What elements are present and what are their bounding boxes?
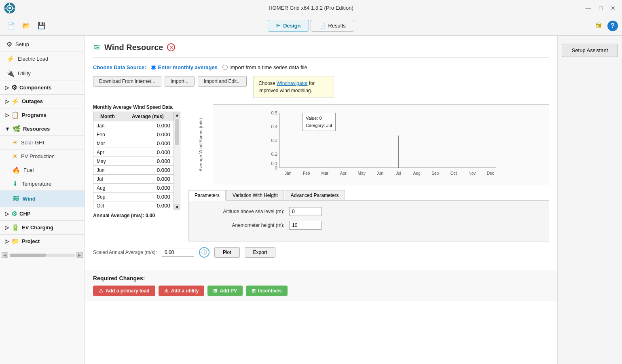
avg-input[interactable] bbox=[146, 123, 170, 129]
setup-assistant-button[interactable]: Setup Assistant bbox=[562, 44, 618, 57]
avg-cell[interactable] bbox=[122, 139, 173, 148]
avg-input[interactable] bbox=[146, 149, 170, 155]
sidebar-item-temperature[interactable]: 🌡 Temperature bbox=[0, 177, 85, 190]
save-file-button[interactable]: 💾 bbox=[35, 20, 49, 32]
avg-cell[interactable] bbox=[122, 148, 173, 157]
avg-input[interactable] bbox=[146, 176, 170, 182]
sidebar-label-temperature: Temperature bbox=[22, 181, 51, 187]
minimize-button[interactable]: — bbox=[583, 4, 594, 12]
sidebar-item-pv-production[interactable]: ☀ PV Production bbox=[0, 150, 85, 163]
avg-cell[interactable] bbox=[122, 157, 173, 166]
sidebar-group-outages[interactable]: ▷ ⚡ Outages bbox=[0, 95, 85, 108]
sidebar-item-setup[interactable]: ⚙ Setup bbox=[0, 37, 85, 52]
avg-input[interactable] bbox=[146, 203, 170, 209]
table-title: Monthly Average Wind Speed Data bbox=[93, 104, 180, 110]
sidebar-group-project[interactable]: ▷ 📁 Project bbox=[0, 235, 85, 248]
avg-cell[interactable] bbox=[122, 166, 173, 175]
info-button[interactable]: ⓘ bbox=[199, 247, 209, 258]
radio-monthly[interactable] bbox=[151, 65, 156, 70]
add-primary-load-button[interactable]: ⚠ Add a primary load bbox=[93, 286, 155, 296]
tab-advanced-parameters[interactable]: Advanced Parameters bbox=[285, 190, 345, 200]
close-button[interactable]: ✕ bbox=[608, 4, 618, 12]
avg-input[interactable] bbox=[146, 140, 170, 146]
sidebar-group-programs[interactable]: ▷ 📋 Programs bbox=[0, 108, 85, 122]
radio-monthly-label[interactable]: Enter monthly averages bbox=[151, 64, 217, 70]
utility-icon: 🔌 bbox=[6, 70, 15, 77]
avg-input[interactable] bbox=[146, 194, 170, 200]
radio-timeseries[interactable] bbox=[222, 65, 228, 70]
avg-cell[interactable] bbox=[122, 130, 173, 139]
table-scroll-up[interactable]: ▲ bbox=[174, 112, 180, 118]
table-row: Jul bbox=[93, 175, 174, 184]
tab-variation-height[interactable]: Variation With Height bbox=[226, 190, 284, 200]
content-area: ≋ Wind Resource ✕ Choose Data Source: En… bbox=[85, 36, 557, 364]
sidebar-group-components[interactable]: ▷ ⚙ Components bbox=[0, 81, 85, 95]
scroll-left-button[interactable]: ◀ bbox=[2, 252, 8, 258]
warn-icon-2: ⚠ bbox=[164, 288, 169, 294]
month-cell: Mar bbox=[93, 139, 122, 148]
avg-cell[interactable] bbox=[122, 193, 173, 201]
avg-input[interactable] bbox=[146, 158, 170, 164]
new-file-button[interactable]: 📄 bbox=[4, 20, 18, 32]
table-row: Jun bbox=[93, 166, 174, 175]
avg-cell[interactable] bbox=[122, 184, 173, 193]
warn-icon-1: ⚠ bbox=[99, 288, 103, 294]
tab-parameters[interactable]: Parameters bbox=[188, 190, 226, 201]
results-tab[interactable]: 📄 Results bbox=[311, 20, 354, 32]
anemometer-label: Anemometer height (m): bbox=[195, 222, 284, 228]
avg-input[interactable] bbox=[146, 131, 170, 138]
table-scroll-down[interactable]: ▼ bbox=[174, 204, 180, 210]
radio-monthly-text: Enter monthly averages bbox=[158, 64, 217, 70]
sidebar-label-components: Components bbox=[19, 85, 51, 91]
help-button[interactable]: ? bbox=[607, 21, 618, 31]
plot-button[interactable]: Plot bbox=[214, 247, 240, 258]
windnavigator-link[interactable]: Windnavigator bbox=[277, 80, 308, 86]
table-row: Sep bbox=[93, 193, 174, 201]
table-row: Aug bbox=[93, 184, 174, 193]
design-label: Design bbox=[283, 23, 300, 29]
import-button[interactable]: Import... bbox=[165, 76, 195, 87]
sidebar-scrollbar[interactable] bbox=[10, 254, 75, 257]
scaled-avg-input[interactable] bbox=[162, 248, 194, 257]
avg-cell[interactable] bbox=[122, 175, 173, 184]
avg-cell[interactable] bbox=[122, 201, 173, 210]
sidebar: ⚙ Setup ⚡ Electric Load 🔌 Utility ▷ ⚙ Co… bbox=[0, 36, 85, 364]
add-pv-button[interactable]: ⊞ Add PV bbox=[207, 286, 243, 296]
table-row: Mar bbox=[93, 139, 174, 148]
sidebar-item-solar-ghi[interactable]: ☀ Solar GHI bbox=[0, 136, 85, 150]
sidebar-scrollbar-area: ◀ ▶ bbox=[0, 252, 85, 258]
chp-expand-icon: ▷ bbox=[5, 211, 9, 217]
setup-assistant-panel: Setup Assistant bbox=[557, 36, 622, 364]
maximize-button[interactable]: □ bbox=[597, 4, 605, 12]
sidebar-item-utility[interactable]: 🔌 Utility bbox=[0, 66, 85, 81]
import-edit-button[interactable]: Import and Edit... bbox=[198, 76, 247, 87]
sidebar-item-electric-load[interactable]: ⚡ Electric Load bbox=[0, 52, 85, 66]
sidebar-group-ev-charging[interactable]: ▷ 🔋 EV Charging bbox=[0, 221, 85, 235]
avg-input[interactable] bbox=[146, 185, 170, 191]
scroll-right-button[interactable]: ▶ bbox=[76, 252, 83, 258]
incentives-button[interactable]: ⊞ Incentives bbox=[246, 286, 288, 296]
action-buttons: Download From Internet... Import... Impo… bbox=[93, 76, 247, 87]
library-button[interactable]: 🏛 bbox=[593, 20, 605, 32]
export-button[interactable]: Export bbox=[245, 247, 276, 258]
svg-text:Feb: Feb bbox=[303, 171, 310, 176]
sidebar-item-wind[interactable]: ≋ Wind bbox=[0, 190, 85, 207]
avg-input[interactable] bbox=[146, 167, 170, 173]
anemometer-input[interactable] bbox=[289, 221, 322, 230]
required-changes-section: Required Changes: ⚠ Add a primary load ⚠… bbox=[85, 270, 557, 301]
add-utility-button[interactable]: ⚠ Add a utility bbox=[159, 286, 205, 296]
annual-avg-row: Annual Average (m/s): 0.00 bbox=[93, 213, 180, 218]
scaled-avg-label: Scaled Annual Average (m/s): bbox=[93, 250, 157, 255]
table-row: Oct bbox=[93, 201, 174, 210]
sidebar-group-resources[interactable]: ▼ 🌿 Resources bbox=[0, 122, 85, 136]
design-tab[interactable]: ✂ Design bbox=[268, 20, 309, 32]
open-file-button[interactable]: 📂 bbox=[19, 20, 33, 32]
sidebar-group-chp[interactable]: ▷ ⚙ CHP bbox=[0, 207, 85, 221]
download-button[interactable]: Download From Internet... bbox=[93, 76, 161, 87]
sidebar-item-fuel[interactable]: 🔥 Fuel bbox=[0, 163, 85, 177]
ev-expand-icon: ▷ bbox=[5, 224, 9, 231]
close-wind-resource-button[interactable]: ✕ bbox=[167, 43, 175, 51]
radio-timeseries-label[interactable]: Import from a time series data file bbox=[222, 64, 307, 70]
altitude-input[interactable] bbox=[289, 207, 322, 216]
avg-cell[interactable] bbox=[122, 121, 173, 130]
